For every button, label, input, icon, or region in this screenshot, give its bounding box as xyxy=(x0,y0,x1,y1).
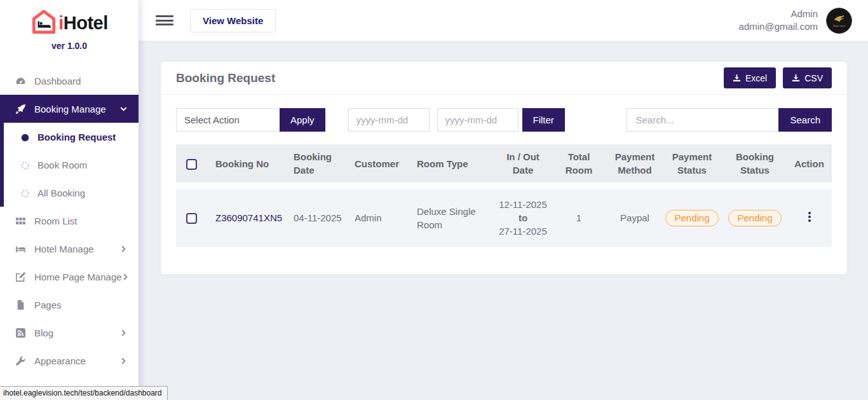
table-header-row: Booking No Booking Date Customer Room Ty… xyxy=(176,144,832,183)
col-header-customer: Customer xyxy=(346,157,408,170)
sidebar-item-room-list[interactable]: Room List xyxy=(0,207,139,235)
sidebar-menu: Dashboard Booking Manage Booking Request xyxy=(0,67,139,400)
menu-toggle-icon[interactable] xyxy=(156,13,173,28)
chevron-right-icon xyxy=(120,329,127,336)
col-header-payment-status: Payment Status xyxy=(661,150,723,177)
content-area: Booking Request Excel CSV Select Action xyxy=(139,41,868,400)
col-header-action: Action xyxy=(787,157,832,170)
sidebar-item-home-page-manage[interactable]: Home Page Manage xyxy=(0,263,139,291)
status-bar-url: ihotel.eaglevision.tech/test/backend/das… xyxy=(0,386,168,400)
booking-request-panel: Booking Request Excel CSV Select Action xyxy=(161,62,847,274)
pages-icon xyxy=(15,300,26,310)
sidebar-item-booking-manage[interactable]: Booking Manage xyxy=(0,95,139,123)
room-type-cell: Deluxe Single Room xyxy=(408,205,497,231)
export-buttons: Excel CSV xyxy=(724,67,832,88)
col-header-booking-no: Booking No xyxy=(207,157,285,170)
brand-logo[interactable]: iHotel ver 1.0.0 xyxy=(0,0,139,67)
date-from-input[interactable] xyxy=(348,108,430,132)
export-csv-button[interactable]: CSV xyxy=(783,67,832,88)
booking-no-link[interactable]: Z36090741XN5 xyxy=(215,212,282,223)
col-header-payment-method: Payment Method xyxy=(609,150,661,177)
user-name: Admin xyxy=(739,8,818,20)
download-icon xyxy=(733,74,741,82)
table-row: Z36090741XN5 04-11-2025 Admin Deluxe Sin… xyxy=(176,189,832,247)
select-all-checkbox[interactable] xyxy=(186,159,197,170)
filter-button[interactable]: Filter xyxy=(522,108,565,132)
view-website-button[interactable]: View Website xyxy=(190,9,276,32)
chevron-right-icon xyxy=(120,245,127,252)
chevron-right-icon xyxy=(122,273,129,280)
sidebar-item-blog[interactable]: Blog xyxy=(0,319,139,347)
dashed-circle-icon xyxy=(20,188,30,198)
page-title: Booking Request xyxy=(176,71,275,85)
payment-method-cell: Paypal xyxy=(609,212,661,223)
in-out-date-cell: 12-11-2025 to 27-11-2025 xyxy=(497,198,549,238)
sidebar-item-appearance[interactable]: Appearance xyxy=(0,347,139,375)
action-select[interactable]: Select Action xyxy=(176,108,280,132)
apply-button[interactable]: Apply xyxy=(280,108,325,132)
sidebar-item-all-booking[interactable]: All Booking xyxy=(4,179,139,207)
check-out-date: 27-11-2025 xyxy=(497,224,549,238)
booking-table: Booking No Booking Date Customer Room Ty… xyxy=(161,144,847,247)
sidebar-item-hotel-manage[interactable]: Hotel Manage xyxy=(0,235,139,263)
booking-manage-submenu: Booking Request Book Room All Booking xyxy=(0,123,139,207)
col-header-room-type: Room Type xyxy=(408,157,497,170)
avatar[interactable]: Eagle vision xyxy=(826,8,852,34)
search-button[interactable]: Search xyxy=(778,108,832,132)
payment-status-badge: Pending xyxy=(665,210,718,226)
topbar: View Website Admin admin@gmail.com Eagle… xyxy=(139,0,868,41)
export-excel-button[interactable]: Excel xyxy=(724,67,776,88)
user-meta: Admin admin@gmail.com xyxy=(739,8,818,33)
svg-text:Eagle vision: Eagle vision xyxy=(833,24,844,27)
download-icon xyxy=(792,74,800,82)
filter-toolbar: Select Action Apply Filter Search xyxy=(161,95,847,144)
sidebar-item-dashboard[interactable]: Dashboard xyxy=(0,67,139,95)
dashed-circle-icon xyxy=(20,160,30,170)
app-window: iHotel ver 1.0.0 Dashboard Booking Manag… xyxy=(0,0,868,400)
rocket-icon xyxy=(15,104,26,114)
booking-date-cell: 04-11-2025 xyxy=(285,212,346,223)
check-in-date: 12-11-2025 xyxy=(497,198,549,211)
app-version: ver 1.0.0 xyxy=(0,41,139,51)
date-range-separator: to xyxy=(497,211,549,224)
house-bed-logo-icon xyxy=(31,9,57,37)
sidebar-item-pages[interactable]: Pages xyxy=(0,291,139,319)
sidebar-item-booking-request[interactable]: Booking Request xyxy=(4,123,139,151)
chevron-down-icon xyxy=(120,106,127,113)
blog-rss-icon xyxy=(15,328,26,338)
filled-circle-icon xyxy=(20,132,30,142)
sidebar: iHotel ver 1.0.0 Dashboard Booking Manag… xyxy=(0,0,139,400)
wrench-icon xyxy=(15,355,26,366)
grid-icon xyxy=(15,216,26,226)
customer-cell: Admin xyxy=(346,212,408,223)
date-to-input[interactable] xyxy=(437,108,519,132)
bed-icon xyxy=(15,244,26,254)
edit-icon xyxy=(15,272,26,282)
brand-name: iHotel xyxy=(58,13,108,34)
sidebar-item-book-room[interactable]: Book Room xyxy=(4,151,139,179)
col-header-booking-date: Booking Date xyxy=(285,150,346,177)
chevron-right-icon xyxy=(120,357,127,364)
panel-header: Booking Request Excel CSV xyxy=(161,62,847,95)
user-email: admin@gmail.com xyxy=(739,20,818,33)
col-header-total-room: Total Room xyxy=(549,150,609,177)
search-input[interactable] xyxy=(627,108,778,132)
col-header-booking-status: Booking Status xyxy=(723,150,787,177)
row-actions-button[interactable] xyxy=(804,209,815,224)
col-header-in-out-date: In / Out Date xyxy=(497,150,549,177)
total-room-cell: 1 xyxy=(549,212,609,223)
booking-status-badge: Pending xyxy=(728,210,781,226)
dashboard-icon xyxy=(15,76,26,86)
row-checkbox[interactable] xyxy=(186,213,197,224)
